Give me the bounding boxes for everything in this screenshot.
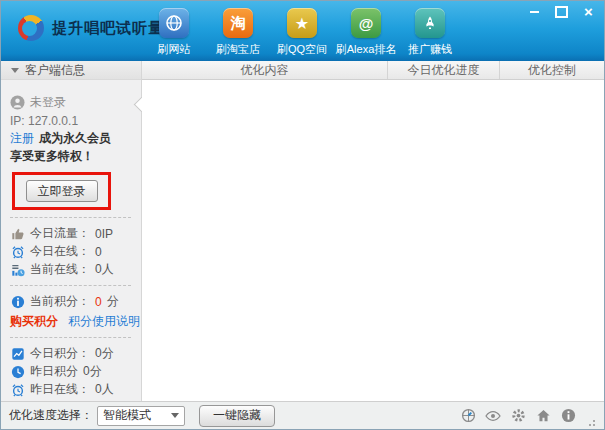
minimize-button[interactable] [527, 5, 542, 18]
sidebar-header[interactable]: 客户端信息 [1, 61, 141, 80]
stat-label: 昨日在线： [30, 381, 90, 398]
main-panel: 优化内容 今日优化进度 优化控制 [142, 61, 604, 401]
stat-label: 今日积分： [30, 345, 90, 362]
stat-value: 0 [95, 295, 102, 309]
footer-bar: 优化速度选择： 智能模式 一键隐藏 [1, 401, 604, 429]
register-row: 注册 成为永久会员 [10, 130, 133, 147]
ip-address: IP: 127.0.0.1 [10, 114, 78, 128]
eye-icon[interactable] [485, 408, 501, 424]
toolbar-item-alexa[interactable]: @ 刷Alexa排名 [334, 8, 398, 57]
speed-select-value: 智能模式 [103, 407, 171, 424]
stat-value: 0 [95, 245, 102, 259]
maximize-button[interactable] [554, 5, 569, 18]
stat-yesterday-online: 昨日在线：0人 [10, 381, 133, 398]
chevron-down-icon [171, 413, 179, 418]
sidebar-header-label: 客户端信息 [25, 62, 85, 79]
thumb-up-icon [10, 226, 25, 241]
collapse-triangle-icon [11, 68, 19, 73]
stat-current-points: 当前积分：0分 [10, 293, 133, 310]
toolbar-item-label: 刷Alexa排名 [336, 42, 397, 57]
perks-text: 享受更多特权！ [10, 148, 94, 165]
register-text: 成为永久会员 [39, 130, 111, 147]
toolbar-item-website[interactable]: 刷网站 [142, 8, 206, 57]
ip-row: IP: 127.0.0.1 [10, 112, 133, 129]
toolbar-item-qzone[interactable]: ★ 刷QQ空间 [270, 8, 334, 57]
user-avatar-icon [10, 95, 25, 110]
alarm-clock-icon [10, 244, 25, 259]
stat-today-points: 今日积分：0分 [10, 345, 133, 362]
sidebar: 客户端信息 未登录 IP: 127.0.0.1 注册 成为永久会员 享受更多特权… [1, 61, 142, 401]
footer-icons [460, 408, 576, 424]
stat-label: 昨日积分 [30, 363, 78, 380]
star-icon: ★ [287, 8, 317, 38]
login-highlight-box: 立即登录 [12, 172, 111, 210]
close-button[interactable] [581, 5, 596, 18]
info-circle-icon [10, 294, 25, 309]
stat-suffix: 分 [107, 293, 119, 310]
clock-icon [10, 364, 25, 379]
stat-label: 今日流量： [30, 225, 90, 242]
column-header-progress: 今日优化进度 [387, 61, 499, 79]
login-status-row: 未登录 [10, 94, 133, 111]
globe-icon [159, 8, 189, 38]
resize-grip[interactable] [586, 417, 596, 427]
column-header-control: 优化控制 [499, 61, 604, 79]
sidebar-body: 未登录 IP: 127.0.0.1 注册 成为永久会员 享受更多特权！ 立即登录 [1, 80, 141, 424]
chart-line-icon [10, 346, 25, 361]
stat-value: 0分 [95, 345, 114, 362]
speed-select-label: 优化速度选择： [9, 407, 93, 424]
stat-value: 0人 [95, 381, 114, 398]
toolbar-item-taobao[interactable]: 淘 刷淘宝店 [206, 8, 270, 57]
divider [10, 337, 131, 338]
points-help-link[interactable]: 积分使用说明 [68, 313, 140, 330]
stat-today-online: 今日在线：0 [10, 243, 133, 260]
titlebar: 提升唱吧试听量 刷网站 淘 刷淘宝店 ★ 刷QQ空间 @ 刷Alexa排名 [1, 1, 604, 61]
login-button[interactable]: 立即登录 [26, 180, 98, 202]
stat-label: 当前在线： [30, 261, 90, 278]
table-header: 优化内容 今日优化进度 优化控制 [142, 61, 604, 80]
perks-row: 享受更多特权！ [10, 148, 133, 165]
toolbar-item-label: 刷网站 [158, 42, 191, 57]
alarm-clock-icon [10, 382, 25, 397]
taobao-icon: 淘 [223, 8, 253, 38]
stat-value: 0IP [95, 227, 113, 241]
app-window: 提升唱吧试听量 刷网站 淘 刷淘宝店 ★ 刷QQ空间 @ 刷Alexa排名 [0, 0, 605, 430]
stats-bars-icon [10, 262, 25, 277]
window-controls [527, 5, 596, 18]
toolbar-item-promote[interactable]: 推广赚钱 [398, 8, 462, 57]
home-icon[interactable] [535, 408, 551, 424]
toolbar-item-label: 刷QQ空间 [277, 42, 327, 57]
register-link[interactable]: 注册 [10, 130, 34, 147]
points-links-row: 购买积分 积分使用说明 [10, 313, 133, 330]
stat-value: 0人 [95, 261, 114, 278]
buy-points-link[interactable]: 购买积分 [10, 313, 58, 330]
stat-yesterday-points: 昨日积分0分 [10, 363, 133, 380]
login-status: 未登录 [30, 94, 66, 111]
divider [10, 285, 131, 286]
compass-icon[interactable] [460, 408, 476, 424]
toolbar: 刷网站 淘 刷淘宝店 ★ 刷QQ空间 @ 刷Alexa排名 推广赚钱 [142, 8, 462, 57]
info-circle-icon[interactable] [560, 408, 576, 424]
divider [10, 217, 131, 218]
hide-button[interactable]: 一键隐藏 [199, 405, 275, 427]
gear-icon[interactable] [510, 408, 526, 424]
stat-today-traffic: 今日流量：0IP [10, 225, 133, 242]
speed-select[interactable]: 智能模式 [97, 406, 185, 426]
toolbar-item-label: 推广赚钱 [408, 42, 452, 57]
column-header-content: 优化内容 [142, 61, 387, 79]
stat-current-online: 当前在线：0人 [10, 261, 133, 278]
stat-value: 0分 [83, 363, 102, 380]
task-list-empty [142, 80, 604, 420]
at-sign-icon: @ [351, 8, 381, 38]
stat-label: 当前积分： [30, 293, 90, 310]
rocket-icon [415, 8, 445, 38]
toolbar-item-label: 刷淘宝店 [216, 42, 260, 57]
app-logo-icon [18, 15, 44, 41]
stat-label: 今日在线： [30, 243, 90, 260]
